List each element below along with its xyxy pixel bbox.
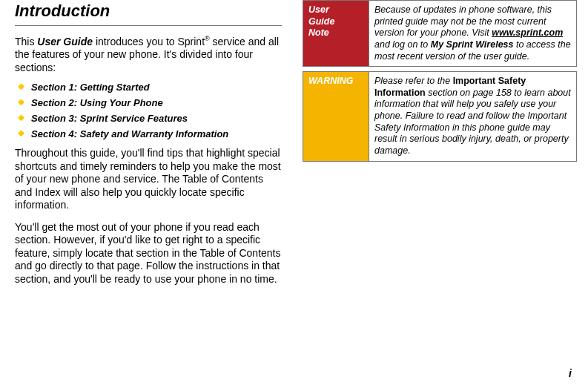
page-title: Introduction (15, 1, 282, 21)
user-guide-note-box: User Guide Note Because of updates in ph… (303, 0, 577, 67)
list-item: Section 4: Safety and Warranty Informati… (15, 128, 282, 139)
warning-body: Please refer to the Important Safety Inf… (369, 72, 577, 161)
note-label: User Guide Note (303, 1, 369, 67)
heading-rule (15, 25, 282, 26)
note-body: Because of updates in phone software, th… (369, 1, 577, 67)
diamond-bullet-icon (18, 130, 24, 136)
list-item: Section 3: Sprint Service Features (15, 113, 282, 124)
body-paragraph-2: You'll get the most out of your phone if… (15, 221, 282, 286)
warning-box: WARNING Please refer to the Important Sa… (303, 71, 577, 161)
intro-paragraph: This User Guide introduces you to Sprint… (15, 35, 282, 74)
diamond-bullet-icon (18, 114, 24, 121)
section-list: Section 1: Getting Started Section 2: Us… (15, 82, 282, 139)
list-item: Section 1: Getting Started (15, 82, 282, 93)
body-paragraph-1: Throughout this guide, you'll find tips … (15, 147, 282, 212)
list-item: Section 2: Using Your Phone (15, 97, 282, 108)
warning-label: WARNING (303, 72, 369, 161)
page-number: i (569, 367, 572, 379)
diamond-bullet-icon (18, 83, 24, 90)
diamond-bullet-icon (18, 99, 24, 105)
